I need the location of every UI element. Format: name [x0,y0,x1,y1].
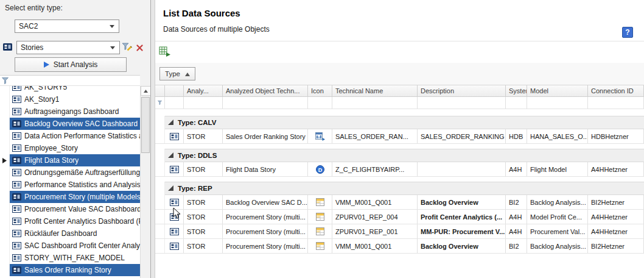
model-cell: Backlog Analysis... [527,239,588,253]
filter-funnel-icon [0,77,10,84]
column-header-description[interactable]: Description [418,85,506,96]
row-indicator-cell [155,210,165,224]
list-scrollbar[interactable] [140,86,150,278]
start-analysis-button[interactable]: Start Analysis [15,57,127,72]
system-cell: BI2 [506,195,527,209]
filter-cell[interactable] [506,97,527,109]
description-cell [418,162,506,176]
list-item[interactable]: Profit Center Analytics Dashboard (Pr [0,215,140,227]
row-indicator-cell [155,116,165,129]
filter-cell[interactable] [418,97,506,109]
collapse-group-icon[interactable] [168,118,173,127]
filter-cell[interactable] [332,97,418,109]
filter-cell[interactable] [165,97,184,109]
story-icon [12,96,21,103]
list-item[interactable]: Auftragseingangs Dashboard [0,105,140,118]
filter-cell[interactable] [308,97,332,109]
row-indicator-cell [155,162,165,176]
list-item[interactable]: Ordnungsgemäße Auftragserfüllung [0,166,140,179]
story-icon [12,157,21,164]
filter-cell[interactable] [588,97,644,109]
calcview-icon [308,129,332,143]
filter-cell[interactable] [527,97,588,109]
table-row[interactable]: STORFlight Data StoryDZ_C_FLIGHTBYAIRP..… [155,162,644,177]
list-item[interactable]: Performance Statistics and Analysis [0,179,140,191]
current-row-indicator [0,240,10,252]
group-by-chip-type[interactable]: Type [159,67,195,80]
list-item[interactable]: AK_Story1 [0,93,140,105]
list-filter-row[interactable] [0,75,140,86]
help-button[interactable]: ? [622,27,633,38]
filter-edit-icon [122,43,132,53]
story-icon [12,205,21,213]
technical-name-cell: ZPURV01_REP_001 [332,224,418,238]
column-header-system[interactable]: System [506,85,527,96]
list-item-label: Ordnungsgemäße Auftragserfüllung [24,168,140,177]
collapse-group-icon[interactable] [168,151,173,160]
column-header-connection-id[interactable]: Connection ID [588,85,644,96]
description-cell: Backlog Overview [418,195,506,209]
analyzed-name-cell: Procurement Story (multi... [223,224,308,238]
list-item[interactable]: Procurement Story (multiple Models) [0,191,140,203]
list-item[interactable]: Flight Data Story [0,154,140,166]
table-row[interactable]: STORSales Order Ranking StorySALES_ORDER… [155,129,644,144]
story-icon [12,108,21,115]
entity-type-combobox[interactable]: SAC2 [15,20,119,33]
story-icon [165,239,184,253]
filter-cell[interactable] [184,97,223,109]
panel-splitter[interactable] [150,0,155,278]
connection-id-cell: HDBHetzner [588,129,644,143]
list-item[interactable]: Employee_Story [0,142,140,154]
object-type-combobox[interactable]: Stories [16,41,120,54]
list-item[interactable]: Data Action Performance Statistics ar [0,130,140,142]
list-item[interactable]: Sales Order Ranking Story [0,264,140,276]
scrollbar-thumb[interactable] [141,97,150,153]
column-header-analyzed-type[interactable]: Analy... [184,85,223,96]
column-header-icon[interactable]: Icon [308,85,332,96]
column-header-technical-name[interactable]: Technical Name [332,85,418,96]
list-item-label: SAC Dashboard Profit Center Analytic [24,241,140,250]
current-row-indicator [0,252,10,264]
table-row[interactable]: STORProcurement Story (multi...ZPURV01_R… [155,210,644,224]
system-cell: HDB [506,129,527,143]
table-row[interactable]: STORBacklog Overview SAC D...VMM_M001_Q0… [155,195,644,210]
list-item-label: Flight Data Story [24,156,79,165]
group-by-panel: Type [155,63,644,85]
system-cell: A4H [506,162,527,176]
clear-filter-button[interactable] [134,43,145,54]
current-row-indicator [0,215,10,227]
list-item[interactable]: SAC Dashboard Profit Center Analytic [0,240,140,252]
group-row[interactable]: Type: CALV [155,116,644,129]
list-item-label: AK_Story1 [24,95,59,104]
connection-id-cell: A4HHetzner [588,210,644,224]
list-item[interactable]: Backlog Overview SAC Dashboard [0,118,140,130]
story-icon [165,129,184,143]
collapse-group-icon[interactable] [168,184,173,193]
analyzed-type-cell: STOR [184,195,223,209]
query-icon [308,239,332,253]
group-label: Type: CALV [178,119,216,126]
list-item[interactable]: STORY_WITH_FAKE_MODEL [0,252,140,264]
group-row[interactable]: Type: DDLS [155,149,644,162]
table-row[interactable]: STORProcurement Story (multi...VMM_M001_… [155,239,644,254]
export-to-excel-button[interactable] [158,46,171,59]
column-header-model[interactable]: Model [527,85,588,96]
list-item[interactable]: Procurement Value SAC Dashboard [0,203,140,215]
analyzed-name-cell: Procurement Story (multi... [223,239,308,253]
scrollbar-up-button[interactable] [141,86,151,96]
group-row[interactable]: Type: REP [155,182,644,195]
list-item[interactable]: Rückläufer Dashboard [0,227,140,240]
query-icon [308,195,332,209]
list-item[interactable]: AK_STORY5 [0,86,140,93]
column-header-object-icon[interactable] [165,85,184,96]
current-row-indicator [0,166,10,179]
list-item-label: STORY_WITH_FAKE_MODEL [24,254,125,262]
story-icon [12,181,21,188]
filter-cell[interactable] [223,97,308,109]
column-header-analyzed-name[interactable]: Analyzed Object Techn... [223,85,308,96]
description-cell: Profit Center Analytics (... [418,210,506,224]
entity-selection-panel: Select entity type: SAC2 Stories Start A… [0,0,150,278]
analyzed-type-cell: STOR [184,224,223,238]
table-row[interactable]: STORProcurement Story (multi...ZPURV01_R… [155,224,644,239]
edit-filter-button[interactable] [121,42,133,54]
